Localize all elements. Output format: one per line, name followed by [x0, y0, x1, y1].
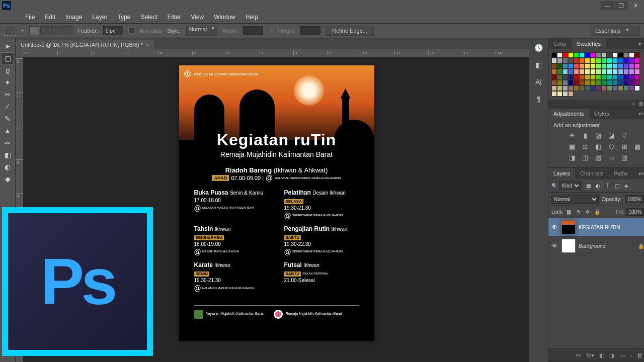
- swatch[interactable]: [618, 58, 623, 63]
- fill-value[interactable]: 100%: [626, 208, 644, 216]
- brightness-icon[interactable]: ☀: [568, 131, 577, 139]
- swatch[interactable]: [579, 63, 585, 69]
- invert-icon[interactable]: ◨: [568, 153, 577, 161]
- balance-icon[interactable]: ⚖: [581, 142, 590, 150]
- swatch[interactable]: [579, 74, 585, 80]
- swatch[interactable]: [612, 52, 618, 58]
- swatch[interactable]: [601, 58, 607, 63]
- swatch[interactable]: [562, 74, 568, 80]
- menu-edit[interactable]: Edit: [40, 12, 60, 23]
- swatch[interactable]: [585, 58, 590, 63]
- gradient-map-icon[interactable]: ▭: [607, 153, 616, 161]
- photo-filter-icon[interactable]: ⬡: [607, 142, 616, 150]
- swatch[interactable]: [551, 91, 557, 97]
- marquee-tool[interactable]: ▢: [1, 52, 14, 64]
- refine-edge-button[interactable]: Refine Edge...: [326, 26, 374, 36]
- layer-item[interactable]: 👁 KEGIATAN RUTIN: [548, 218, 644, 237]
- styles-tab[interactable]: Styles: [589, 109, 614, 119]
- hue-icon[interactable]: ▦: [568, 142, 577, 150]
- swatch[interactable]: [551, 74, 557, 80]
- swatch[interactable]: [590, 63, 596, 69]
- wand-tool[interactable]: ✦: [1, 76, 14, 88]
- filter-smart-icon[interactable]: ◈: [622, 182, 630, 190]
- workspace-selector[interactable]: Essentials▼: [590, 26, 640, 36]
- swatch[interactable]: [562, 91, 568, 97]
- selective-icon[interactable]: ▥: [620, 153, 629, 161]
- delete-swatch-icon[interactable]: 🗑: [638, 101, 644, 107]
- adj-layer-icon[interactable]: ◑: [609, 352, 614, 359]
- swatch[interactable]: [612, 58, 618, 63]
- swatch[interactable]: [618, 74, 623, 80]
- bucket-tool[interactable]: ◆: [1, 173, 14, 185]
- swatch[interactable]: [562, 69, 568, 74]
- swatch[interactable]: [629, 80, 634, 85]
- swatch[interactable]: [618, 85, 623, 91]
- swatch[interactable]: [557, 69, 562, 74]
- swatch[interactable]: [634, 74, 640, 80]
- swatch[interactable]: [590, 52, 596, 58]
- swatch[interactable]: [629, 74, 634, 80]
- swatch[interactable]: [634, 85, 640, 91]
- blend-mode-select[interactable]: Normal: [551, 195, 599, 204]
- history-icon[interactable]: 🕓: [533, 42, 544, 53]
- swatch[interactable]: [557, 52, 562, 58]
- swatch[interactable]: [612, 69, 618, 74]
- swatch[interactable]: [629, 52, 634, 58]
- mixer-icon[interactable]: ⊞: [620, 142, 629, 150]
- filter-shape-icon[interactable]: ▢: [613, 182, 621, 190]
- minimize-button[interactable]: —: [601, 1, 614, 10]
- swatch[interactable]: [579, 85, 585, 91]
- panel-menu-icon[interactable]: ▾≡: [635, 171, 644, 176]
- swatch[interactable]: [596, 63, 601, 69]
- swatch[interactable]: [623, 52, 629, 58]
- swatch[interactable]: [557, 80, 562, 85]
- gradient-tool[interactable]: ◧: [1, 149, 14, 161]
- swatch[interactable]: [574, 58, 579, 63]
- filter-type-icon[interactable]: T: [603, 182, 611, 190]
- swatch[interactable]: [612, 85, 618, 91]
- swatch[interactable]: [568, 52, 574, 58]
- layer-item[interactable]: 👁 Background 🔒: [548, 237, 644, 255]
- swatch[interactable]: [585, 52, 590, 58]
- swatch[interactable]: [596, 52, 601, 58]
- antialias-checkbox[interactable]: [128, 28, 134, 34]
- lock-move-icon[interactable]: ✥: [584, 209, 591, 216]
- swatch[interactable]: [601, 85, 607, 91]
- swatch[interactable]: [551, 69, 557, 74]
- swatch[interactable]: [629, 58, 634, 63]
- swatch[interactable]: [596, 69, 601, 74]
- swatch[interactable]: [585, 74, 590, 80]
- crop-tool[interactable]: ✂: [1, 88, 14, 101]
- visibility-icon[interactable]: 👁: [551, 224, 558, 231]
- swatch[interactable]: [574, 69, 579, 74]
- document-tab[interactable]: Untitled-1 @ 16.7% (KEGIATAN RUTIN, RGB/…: [16, 40, 154, 49]
- curves-icon[interactable]: ▨: [594, 131, 603, 139]
- filter-kind-select[interactable]: Kind: [559, 181, 581, 190]
- posterize-icon[interactable]: ◫: [581, 153, 590, 161]
- menu-type[interactable]: Type: [112, 12, 135, 23]
- swatch[interactable]: [634, 52, 640, 58]
- fx-icon[interactable]: fx▾: [586, 352, 594, 359]
- swatch[interactable]: [585, 85, 590, 91]
- new-layer-icon[interactable]: ▫: [630, 352, 632, 359]
- swatch[interactable]: [590, 69, 596, 74]
- swatch[interactable]: [574, 52, 579, 58]
- swatch[interactable]: [590, 85, 596, 91]
- swatch[interactable]: [568, 69, 574, 74]
- swatch[interactable]: [579, 69, 585, 74]
- swatch[interactable]: [601, 80, 607, 85]
- filter-pixel-icon[interactable]: ▦: [584, 182, 592, 190]
- swatch[interactable]: [607, 69, 612, 74]
- swatch[interactable]: [585, 80, 590, 85]
- swatch[interactable]: [618, 63, 623, 69]
- opacity-value[interactable]: 100%: [625, 195, 644, 203]
- swatch[interactable]: [557, 58, 562, 63]
- swatch[interactable]: [568, 85, 574, 91]
- swatch[interactable]: [574, 85, 579, 91]
- paragraph-icon[interactable]: ¶: [533, 94, 544, 105]
- lock-all-icon[interactable]: 🔒: [594, 209, 601, 216]
- active-tool-preview[interactable]: [4, 26, 16, 36]
- swatch[interactable]: [612, 80, 618, 85]
- stamp-tool[interactable]: ▲: [1, 125, 14, 137]
- swatch[interactable]: [612, 74, 618, 80]
